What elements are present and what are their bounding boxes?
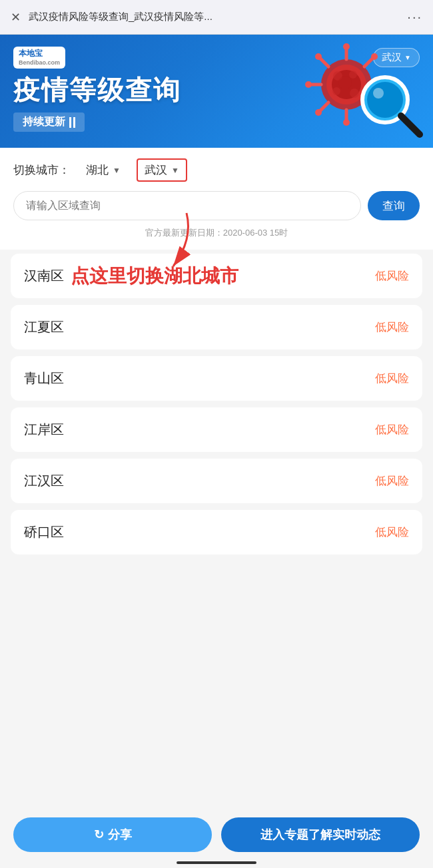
list-item[interactable]: 江夏区 低风险: [11, 305, 422, 349]
province-label: 湖北: [86, 162, 109, 178]
svg-point-6: [343, 119, 350, 126]
district-name: 江岸区: [24, 421, 64, 439]
city-arrow: ▼: [171, 166, 179, 175]
risk-level: 低风险: [375, 473, 409, 489]
svg-line-11: [320, 58, 328, 67]
bottom-bar: ↻ 分享 进入专题了解实时动态: [0, 809, 433, 868]
search-row: 查询: [13, 191, 420, 220]
search-button[interactable]: 查询: [368, 191, 420, 220]
svg-point-23: [338, 76, 352, 89]
logo-sub: Bendibao.com: [19, 59, 60, 67]
svg-point-4: [343, 43, 350, 50]
list-item[interactable]: 江岸区 低风险: [11, 407, 422, 452]
city-dropdown[interactable]: 武汉 ▼: [137, 158, 187, 182]
city-selector-label: 切换城市：: [13, 162, 70, 178]
banner-subtitle: 持续更新: [13, 112, 85, 132]
share-button[interactable]: ↻ 分享: [13, 817, 212, 852]
browser-bar: ✕ 武汉疫情风险等级查询_武汉疫情风险等... ···: [0, 0, 433, 35]
first-item-container: 汉南区 低风险 点这里切换湖北城市: [11, 254, 422, 298]
home-indicator: [177, 861, 256, 864]
list-item[interactable]: 江汉区 低风险: [11, 459, 422, 503]
svg-line-15: [320, 103, 328, 111]
risk-level: 低风险: [375, 268, 409, 284]
risk-level: 低风险: [375, 422, 409, 437]
svg-point-16: [315, 109, 322, 116]
district-name: 硚口区: [24, 523, 64, 541]
svg-point-14: [371, 53, 378, 60]
district-list: 汉南区 低风险 点这里切换湖北城市 江夏区 低风险 青山区 低风险 江岸区 低风…: [0, 250, 433, 628]
page-title: 武汉疫情风险等级查询_武汉疫情风险等...: [29, 11, 399, 23]
city-selector: 切换城市： 湖北 ▼ 武汉 ▼: [13, 158, 420, 182]
district-name: 江夏区: [24, 318, 64, 336]
province-arrow: ▼: [113, 166, 121, 175]
line-1: [69, 117, 71, 128]
update-time: 官方最新更新日期：2020-06-03 15时: [13, 227, 420, 242]
logo-main: 本地宝: [19, 49, 43, 58]
district-name: 青山区: [24, 369, 64, 387]
svg-line-13: [364, 58, 373, 67]
list-item[interactable]: 青山区 低风险: [11, 356, 422, 401]
close-button[interactable]: ✕: [11, 10, 21, 25]
city-label: 武汉: [145, 162, 167, 178]
magnifier-icon: [353, 68, 426, 141]
subtitle-text: 持续更新: [23, 115, 65, 129]
province-dropdown[interactable]: 湖北 ▼: [81, 161, 126, 179]
share-label: 分享: [108, 827, 132, 843]
banner: 本地宝 Bendibao.com 武汉 ▼ 疫情等级查询 持续更新: [0, 35, 433, 148]
district-name: 江汉区: [24, 472, 64, 490]
risk-level: 低风险: [375, 525, 409, 540]
search-input[interactable]: [13, 191, 361, 220]
svg-point-26: [373, 88, 384, 99]
list-item[interactable]: 硚口区 低风险: [11, 510, 422, 554]
svg-point-8: [305, 81, 312, 88]
share-icon: ↻: [94, 827, 104, 842]
more-button[interactable]: ···: [407, 9, 422, 25]
subtitle-lines: [69, 117, 75, 128]
district-name: 汉南区: [24, 267, 64, 285]
svg-line-27: [401, 116, 420, 134]
topic-label: 进入专题了解实时动态: [260, 827, 380, 843]
svg-point-25: [367, 82, 403, 118]
line-2: [73, 117, 75, 128]
banner-decoration: [260, 35, 433, 148]
search-area: 切换城市： 湖北 ▼ 武汉 ▼ 查询 官方最新更新日期：2020-06-03 1…: [0, 148, 433, 250]
risk-level: 低风险: [375, 320, 409, 335]
logo: 本地宝 Bendibao.com: [13, 47, 65, 69]
topic-button[interactable]: 进入专题了解实时动态: [221, 817, 420, 852]
list-item[interactable]: 汉南区 低风险: [11, 254, 422, 298]
risk-level: 低风险: [375, 371, 409, 386]
svg-point-21: [332, 87, 340, 95]
svg-point-12: [315, 53, 322, 60]
